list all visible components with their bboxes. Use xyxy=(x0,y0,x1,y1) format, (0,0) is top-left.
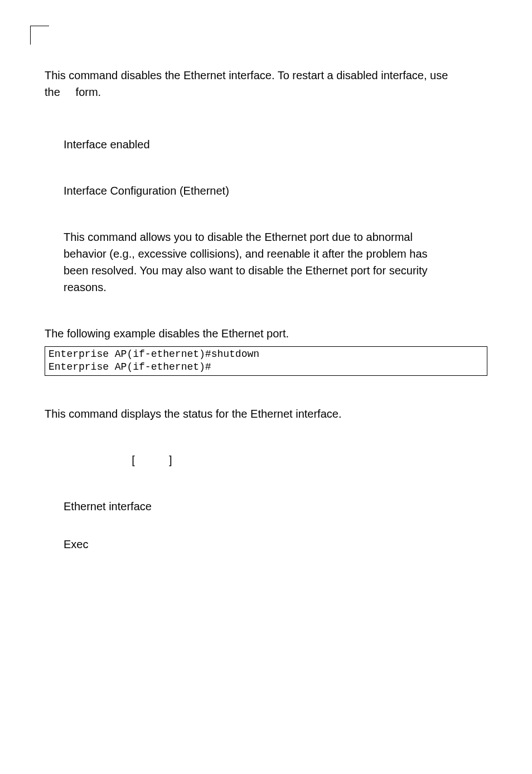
code-line-2: Enterprise AP(if-ethernet)# xyxy=(49,361,483,374)
shutdown-intro-form: form. xyxy=(76,86,101,98)
shutdown-intro-the: the xyxy=(45,86,60,98)
shutdown-intro-line1: This command disables the Ethernet inter… xyxy=(45,67,487,84)
show-command-section: This command displays the status for the… xyxy=(45,405,487,553)
shutdown-code-block: Enterprise AP(if-ethernet)#shutdown Ente… xyxy=(45,346,487,376)
corner-crop-mark xyxy=(30,26,49,45)
show-syntax-line: [ ] xyxy=(45,452,487,468)
show-intro: This command displays the status for the… xyxy=(45,405,487,422)
bracket-open: [ xyxy=(132,454,135,466)
shutdown-example-lead: The following example disables the Ether… xyxy=(45,325,487,342)
code-line-1: Enterprise AP(if-ethernet)#shutdown xyxy=(49,348,483,361)
shutdown-usage-line2: behavior (e.g., excessive collisions), a… xyxy=(64,245,487,262)
shutdown-default: Interface enabled xyxy=(45,136,487,153)
shutdown-mode: Interface Configuration (Ethernet) xyxy=(45,182,487,199)
shutdown-intro-line2: the form. xyxy=(45,84,487,100)
shutdown-usage-line3: been resolved. You may also want to disa… xyxy=(64,262,487,279)
shutdown-usage-line1: This command allows you to disable the E… xyxy=(64,229,487,245)
shutdown-command-section: This command disables the Ethernet inter… xyxy=(45,67,487,376)
bracket-close: ] xyxy=(169,454,172,466)
shutdown-usage-block: This command allows you to disable the E… xyxy=(45,229,487,296)
shutdown-usage-line4: reasons. xyxy=(64,279,487,296)
page-content: This command disables the Ethernet inter… xyxy=(0,0,532,553)
show-default: Ethernet interface xyxy=(45,498,487,515)
show-mode: Exec xyxy=(45,536,487,553)
